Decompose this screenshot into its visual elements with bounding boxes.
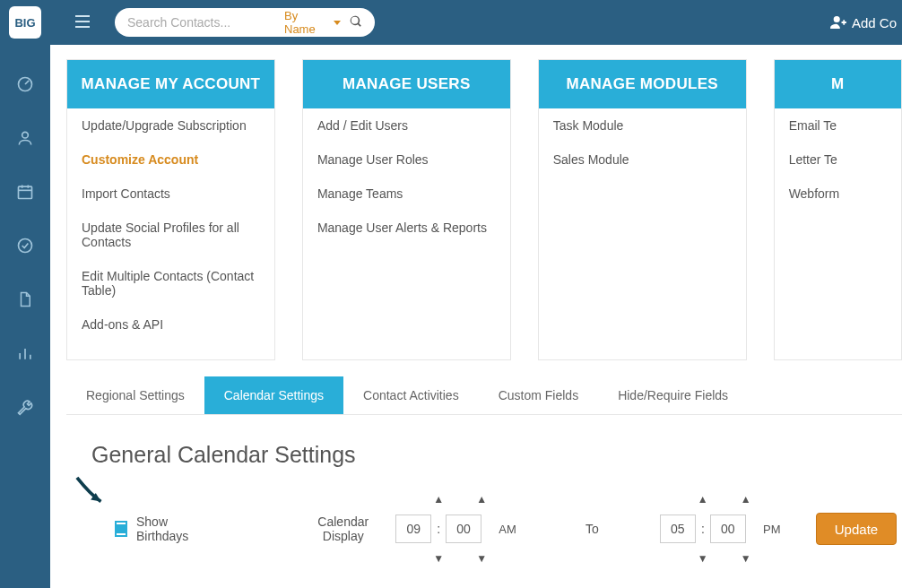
card-manage-users: MANAGE USERS Add / Edit Users Manage Use… — [302, 59, 511, 360]
from-hour-input[interactable]: 09 — [395, 514, 431, 543]
calendar-icon[interactable] — [14, 181, 36, 203]
search-wrap: By Name — [115, 8, 375, 37]
users-item-alerts[interactable]: Manage User Alerts & Reports — [303, 211, 510, 245]
from-min-input[interactable]: 00 — [446, 514, 481, 543]
to-label: To — [585, 522, 599, 536]
templates-item-email[interactable]: Email Te — [775, 108, 901, 143]
from-hour-up-icon[interactable]: ▲ — [429, 491, 448, 507]
tab-regional[interactable]: Regional Settings — [66, 376, 204, 414]
calendar-settings-section: General Calendar Settings Show Birthdays… — [66, 415, 902, 566]
templates-item-webform[interactable]: Webform — [775, 177, 901, 211]
content-area: MANAGE MY ACCOUNT Update/Upgrade Subscri… — [50, 45, 902, 588]
account-item-import[interactable]: Import Contacts — [67, 177, 274, 211]
show-birthdays-label: Show Birthdays — [136, 514, 192, 543]
from-ampm[interactable]: AM — [490, 514, 525, 543]
tab-custom-fields[interactable]: Custom Fields — [479, 376, 598, 414]
templates-item-letter[interactable]: Letter Te — [775, 143, 901, 177]
update-button[interactable]: Update — [816, 513, 897, 545]
tasks-icon[interactable] — [14, 235, 36, 256]
to-ampm[interactable]: PM — [755, 514, 789, 543]
card-header: MANAGE USERS — [303, 60, 510, 108]
dashboard-icon[interactable] — [14, 74, 36, 95]
users-item-add-edit[interactable]: Add / Edit Users — [303, 108, 510, 143]
account-item-social[interactable]: Update Social Profiles for all Contacts — [67, 211, 274, 259]
card-header: MANAGE MODULES — [539, 60, 746, 108]
to-hour-down-icon[interactable]: ▼ — [693, 550, 713, 566]
show-birthdays-checkbox[interactable] — [115, 521, 127, 537]
settings-tabs: Regional Settings Calendar Settings Cont… — [66, 376, 902, 415]
account-item-subscription[interactable]: Update/Upgrade Subscription — [67, 108, 274, 143]
svg-rect-3 — [75, 15, 78, 17]
reports-icon[interactable] — [14, 342, 36, 364]
card-manage-templates: M Email Te Letter Te Webform — [774, 59, 902, 360]
card-manage-modules: MANAGE MODULES Task Module Sales Module — [538, 59, 747, 360]
account-item-customize[interactable]: Customize Account — [67, 143, 274, 177]
chevron-down-icon — [334, 21, 341, 25]
search-input[interactable] — [127, 15, 284, 30]
tab-hide-require[interactable]: Hide/Require Fields — [598, 376, 748, 414]
logo[interactable]: BIG — [9, 6, 41, 39]
tab-activities[interactable]: Contact Activities — [343, 376, 479, 414]
topbar: BIG By Name Add Co — [0, 0, 902, 45]
calendar-settings-row: Show Birthdays Calendar Display ▲ ▲ 09 :… — [91, 491, 877, 566]
to-min-input[interactable]: 00 — [710, 514, 746, 543]
card-manage-account: MANAGE MY ACCOUNT Update/Upgrade Subscri… — [66, 59, 275, 360]
users-item-roles[interactable]: Manage User Roles — [303, 143, 510, 177]
section-heading: General Calendar Settings — [91, 442, 877, 468]
svg-rect-8 — [19, 186, 32, 198]
from-time-spinner: ▲ ▲ 09 : 00 AM ▼ ▼ — [395, 491, 525, 566]
settings-icon[interactable] — [14, 396, 36, 418]
card-header: M — [775, 60, 901, 108]
tab-calendar[interactable]: Calendar Settings — [204, 376, 343, 414]
svg-rect-4 — [75, 21, 78, 22]
svg-rect-5 — [75, 26, 78, 28]
modules-item-task[interactable]: Task Module — [539, 108, 746, 143]
sidebar-rail — [0, 45, 50, 588]
add-contact-button[interactable]: Add Co — [830, 15, 897, 30]
modules-item-sales[interactable]: Sales Module — [539, 143, 746, 177]
card-header: MANAGE MY ACCOUNT — [67, 60, 274, 108]
svg-point-12 — [19, 239, 32, 253]
from-min-up-icon[interactable]: ▲ — [472, 491, 491, 507]
to-hour-input[interactable]: 05 — [660, 514, 696, 543]
account-item-addons[interactable]: Add-ons & API — [67, 307, 274, 342]
search-filter-dropdown[interactable]: By Name — [284, 9, 341, 36]
to-min-up-icon[interactable]: ▲ — [736, 491, 756, 507]
show-birthdays-group: Show Birthdays — [115, 514, 192, 543]
to-min-down-icon[interactable]: ▼ — [736, 550, 756, 566]
settings-cards-row: MANAGE MY ACCOUNT Update/Upgrade Subscri… — [66, 59, 902, 360]
files-icon[interactable] — [14, 289, 36, 310]
users-item-teams[interactable]: Manage Teams — [303, 177, 510, 211]
menu-toggle-icon[interactable] — [75, 15, 90, 30]
search-icon[interactable] — [350, 15, 362, 30]
svg-point-7 — [22, 132, 29, 138]
calendar-display-label: Calendar Display — [317, 514, 369, 543]
account-item-edit-multiple[interactable]: Edit Multiple Contacts (Contact Table) — [67, 259, 274, 307]
contacts-icon[interactable] — [14, 127, 36, 149]
from-min-down-icon[interactable]: ▼ — [472, 550, 491, 566]
to-hour-up-icon[interactable]: ▲ — [693, 491, 713, 507]
from-hour-down-icon[interactable]: ▼ — [429, 550, 448, 566]
to-time-spinner: ▲ ▲ 05 : 00 PM ▼ ▼ — [660, 491, 789, 566]
annotation-arrow-icon — [75, 476, 109, 510]
